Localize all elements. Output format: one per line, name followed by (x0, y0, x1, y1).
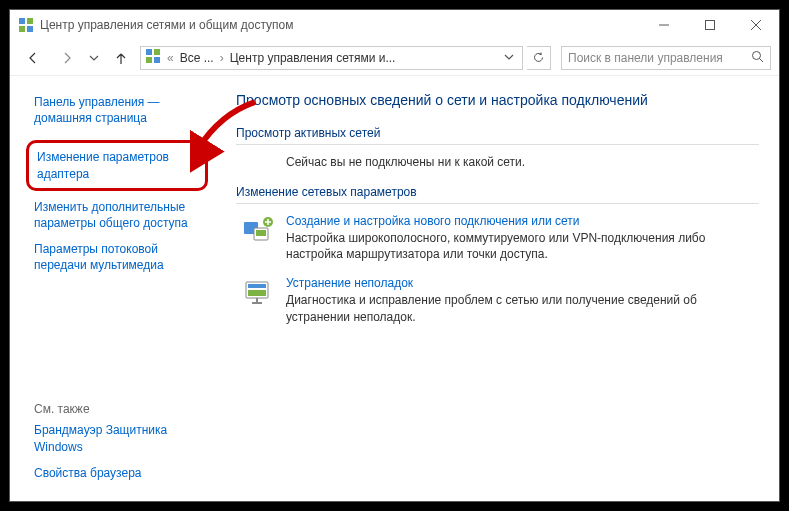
content-pane: Просмотр основных сведений о сети и наст… (220, 76, 779, 501)
change-settings-heading: Изменение сетевых параметров (236, 185, 759, 199)
titlebar: Центр управления сетями и общим доступом (10, 10, 779, 40)
window-buttons (641, 10, 779, 40)
task-new-connection: Создание и настройка нового подключения … (242, 214, 759, 262)
svg-rect-1 (27, 18, 33, 24)
svg-line-13 (760, 58, 764, 62)
svg-rect-10 (146, 57, 152, 63)
up-button[interactable] (106, 43, 136, 73)
window-frame: Центр управления сетями и общим доступом… (9, 9, 780, 502)
svg-rect-11 (154, 57, 160, 63)
troubleshoot-icon (242, 276, 274, 308)
recent-button[interactable] (86, 43, 102, 73)
sidebar-firewall-link[interactable]: Брандмауэр Защитника Windows (34, 422, 208, 454)
svg-rect-22 (252, 302, 262, 304)
nav-row: « Все ... › Центр управления сетями и...… (10, 40, 779, 76)
new-connection-icon (242, 214, 274, 246)
search-box[interactable]: Поиск в панели управления (561, 46, 771, 70)
svg-rect-19 (248, 284, 266, 288)
task-troubleshoot-desc: Диагностика и исправление проблем с сеть… (286, 292, 759, 324)
page-title: Просмотр основных сведений о сети и наст… (236, 92, 759, 108)
address-icon (145, 48, 161, 67)
svg-rect-5 (706, 21, 715, 30)
svg-rect-0 (19, 18, 25, 24)
chevron-right-icon: › (220, 51, 224, 65)
back-button[interactable] (18, 43, 48, 73)
app-icon (18, 17, 34, 33)
forward-button[interactable] (52, 43, 82, 73)
task-new-connection-desc: Настройка широкополосного, коммутируемог… (286, 230, 759, 262)
sidebar-sharing-link[interactable]: Изменить дополнительные параметры общего… (34, 199, 208, 231)
task-troubleshoot: Устранение неполадок Диагностика и испра… (242, 276, 759, 324)
breadcrumb-part2[interactable]: Центр управления сетями и... (230, 51, 396, 65)
close-button[interactable] (733, 10, 779, 40)
address-dropdown-icon[interactable] (500, 51, 518, 65)
breadcrumb-part1[interactable]: Все ... (180, 51, 214, 65)
sidebar-adapter-link[interactable]: Изменение параметров адаптера (37, 149, 197, 181)
svg-rect-16 (256, 230, 266, 236)
chevron-left-icon: « (167, 51, 174, 65)
body: Панель управления — домашняя страница Из… (10, 76, 779, 501)
svg-rect-8 (146, 49, 152, 55)
svg-rect-9 (154, 49, 160, 55)
refresh-button[interactable] (527, 46, 551, 70)
address-bar[interactable]: « Все ... › Центр управления сетями и... (140, 46, 523, 70)
sidebar-inet-link[interactable]: Свойства браузера (34, 465, 208, 481)
sidebar-home-link[interactable]: Панель управления — домашняя страница (34, 94, 208, 126)
svg-point-12 (753, 51, 761, 59)
search-icon (751, 50, 764, 66)
maximize-button[interactable] (687, 10, 733, 40)
divider (236, 144, 759, 145)
search-placeholder: Поиск в панели управления (568, 51, 723, 65)
sidebar: Панель управления — домашняя страница Из… (10, 76, 220, 501)
task-troubleshoot-link[interactable]: Устранение неполадок (286, 276, 413, 290)
highlight-annotation: Изменение параметров адаптера (26, 140, 208, 190)
window-title: Центр управления сетями и общим доступом (40, 18, 641, 32)
no-network-message: Сейчас вы не подключены ни к какой сети. (286, 155, 759, 169)
active-networks-heading: Просмотр активных сетей (236, 126, 759, 140)
svg-rect-2 (19, 26, 25, 32)
minimize-button[interactable] (641, 10, 687, 40)
see-also-heading: См. также (34, 402, 208, 416)
svg-rect-20 (248, 290, 266, 296)
divider (236, 203, 759, 204)
svg-rect-21 (256, 298, 258, 302)
svg-rect-3 (27, 26, 33, 32)
sidebar-streaming-link[interactable]: Параметры потоковой передачи мультимедиа (34, 241, 208, 273)
task-new-connection-link[interactable]: Создание и настройка нового подключения … (286, 214, 580, 228)
